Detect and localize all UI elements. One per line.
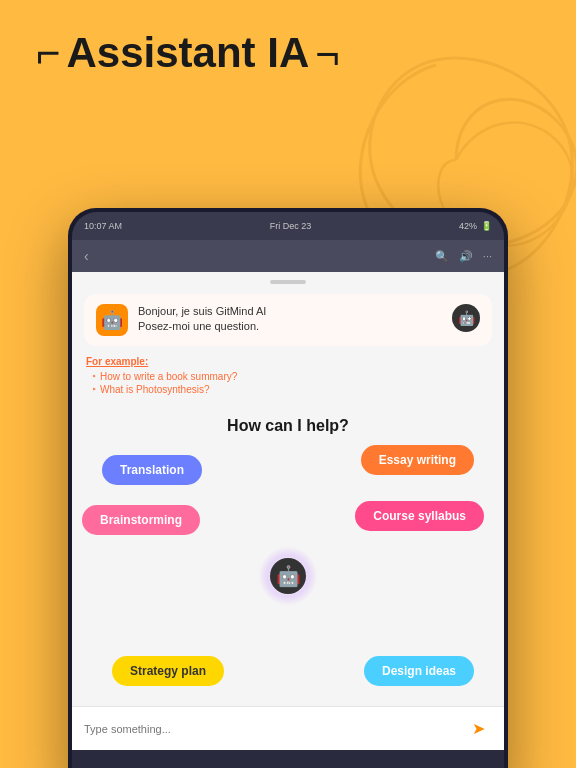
more-icon[interactable]: ··· [483, 250, 492, 262]
page-title: Assistant IA [67, 30, 310, 76]
bracket-right: ¬ [315, 34, 340, 76]
for-example-label: For example: [86, 356, 490, 367]
example-text-1: How to write a book summary? [100, 371, 237, 382]
example-item-1: ‣ How to write a book summary? [92, 371, 490, 382]
tag-essay-button[interactable]: Essay writing [361, 445, 474, 475]
tags-area: Translation Essay writing Brainstorming … [82, 445, 494, 706]
tag-translation-button[interactable]: Translation [102, 455, 202, 485]
tablet-screen: 10:07 AM Fri Dec 23 42% 🔋 ‹ 🔍 🔊 ··· [72, 212, 504, 768]
center-bot-icon: 🤖 [276, 564, 301, 588]
bot-face-icon: 🤖 [458, 310, 475, 326]
back-button[interactable]: ‹ [84, 248, 89, 264]
example-bullet-1: ‣ [92, 372, 97, 381]
ai-avatar: 🤖 [96, 304, 128, 336]
chat-area: 🤖 Bonjour, je suis GitMind AI Posez-moi … [72, 272, 504, 750]
tablet-frame: 10:07 AM Fri Dec 23 42% 🔋 ‹ 🔍 🔊 ··· [68, 208, 508, 768]
center-bot-avatar: 🤖 [270, 558, 306, 594]
ai-message-bubble: 🤖 Bonjour, je suis GitMind AI Posez-moi … [84, 294, 492, 346]
example-text-2: What is Photosynthesis? [100, 384, 210, 395]
header-title-group: ⌐ Assistant IA ¬ [36, 30, 340, 76]
example-item-2: ‣ What is Photosynthesis? [92, 384, 490, 395]
center-bot-circle: 🤖 [258, 546, 318, 606]
help-prompt: How can I help? [72, 417, 504, 435]
status-time: 10:07 AM [84, 221, 122, 231]
tag-design-button[interactable]: Design ideas [364, 656, 474, 686]
bracket-left: ⌐ [36, 32, 61, 74]
search-icon[interactable]: 🔍 [435, 250, 449, 263]
input-area: ➤ [72, 706, 504, 750]
ai-greeting-line2: Posez-moi une question. [138, 319, 442, 334]
tag-strategy-button[interactable]: Strategy plan [112, 656, 224, 686]
tag-brainstorming-button[interactable]: Brainstorming [82, 505, 200, 535]
ai-text-content: Bonjour, je suis GitMind AI Posez-moi un… [138, 304, 442, 335]
ai-greeting-line1: Bonjour, je suis GitMind AI [138, 304, 442, 319]
drag-indicator [270, 280, 306, 284]
navigation-bar: ‹ 🔍 🔊 ··· [72, 240, 504, 272]
status-right: 42% 🔋 [459, 221, 492, 231]
header-area: ⌐ Assistant IA ¬ [36, 30, 340, 76]
nav-icons-group: 🔍 🔊 ··· [435, 250, 492, 263]
robot-icon: 🤖 [101, 309, 123, 331]
status-battery: 42% [459, 221, 477, 231]
battery-icon: 🔋 [481, 221, 492, 231]
examples-section: For example: ‣ How to write a book summa… [86, 356, 490, 397]
message-input[interactable] [84, 723, 456, 735]
status-bar: 10:07 AM Fri Dec 23 42% 🔋 [72, 212, 504, 240]
speaker-icon[interactable]: 🔊 [459, 250, 473, 263]
example-bullet-2: ‣ [92, 385, 97, 394]
ai-icon-right: 🤖 [452, 304, 480, 332]
send-button[interactable]: ➤ [464, 715, 492, 743]
tag-course-button[interactable]: Course syllabus [355, 501, 484, 531]
status-date: Fri Dec 23 [270, 221, 312, 231]
